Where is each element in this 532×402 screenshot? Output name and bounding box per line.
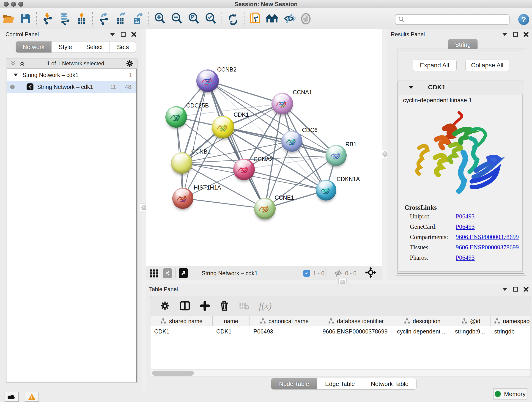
close-panel-icon[interactable] bbox=[131, 32, 137, 37]
node-CCNB1[interactable] bbox=[171, 152, 192, 174]
node-CCNB2[interactable] bbox=[196, 70, 219, 92]
two-houses-button[interactable] bbox=[264, 10, 281, 27]
column-header-description[interactable]: description bbox=[393, 316, 451, 326]
table-cell[interactable]: P06493 bbox=[250, 326, 319, 337]
zoom-in-button[interactable] bbox=[152, 10, 168, 27]
hidden-counts: 0 - 0 bbox=[345, 270, 356, 277]
fit-content-button[interactable] bbox=[365, 267, 377, 280]
close-panel-icon[interactable] bbox=[523, 32, 529, 37]
node-table[interactable]: shared namenamecanonical namedatabase id… bbox=[151, 316, 530, 376]
crosslink-link[interactable]: P06493 bbox=[456, 254, 475, 261]
table-cell[interactable]: stringdb bbox=[491, 326, 530, 337]
network-row[interactable]: String Network – cdk1 11 48 bbox=[7, 81, 136, 93]
tab-network-table[interactable]: Network Table bbox=[363, 378, 417, 390]
netbar-separator bbox=[326, 268, 326, 278]
hide-selected-button[interactable] bbox=[281, 10, 298, 27]
horizontal-splitter[interactable] bbox=[146, 280, 532, 285]
column-header-database-identifier[interactable]: database identifier bbox=[319, 316, 393, 326]
tab-network[interactable]: Network bbox=[16, 41, 51, 53]
show-hidden-button[interactable] bbox=[298, 10, 315, 27]
cloud-button[interactable] bbox=[5, 392, 19, 402]
selected-checkbox-icon[interactable]: ✓ bbox=[303, 270, 310, 277]
zoom-out-button[interactable] bbox=[168, 10, 185, 27]
crosshair-move-icon bbox=[365, 267, 377, 279]
refresh-view-button[interactable] bbox=[225, 10, 241, 27]
gear-icon[interactable] bbox=[126, 60, 133, 67]
zoom-selected-button[interactable] bbox=[202, 10, 219, 27]
float-panel-icon[interactable] bbox=[120, 32, 126, 37]
table-cell[interactable]: 9606.ENSP00000378699 bbox=[319, 326, 393, 337]
right-splitter[interactable] bbox=[382, 29, 388, 280]
collapse-all-tree-icon[interactable] bbox=[19, 61, 25, 66]
float-panel-icon[interactable] bbox=[513, 32, 518, 37]
column-header-shared-name[interactable]: shared name bbox=[151, 316, 213, 326]
protein-scribble bbox=[284, 133, 300, 150]
collapse-panel-icon[interactable] bbox=[502, 32, 508, 36]
grid-view-button[interactable] bbox=[149, 268, 159, 278]
scrollbar-thumb[interactable] bbox=[152, 370, 194, 376]
export-network-button[interactable] bbox=[95, 10, 112, 27]
tab-style[interactable]: Style bbox=[51, 41, 79, 53]
node-CDC25B[interactable] bbox=[165, 106, 187, 128]
crosslink-link[interactable]: P06493 bbox=[456, 213, 475, 220]
node-CCNA1[interactable] bbox=[272, 93, 293, 114]
hidden-eye-icon[interactable] bbox=[334, 269, 343, 277]
gear-icon[interactable] bbox=[160, 301, 170, 311]
collapse-panel-icon[interactable] bbox=[109, 32, 115, 36]
import-network-from-database-button[interactable] bbox=[56, 10, 73, 27]
export-image-button[interactable] bbox=[129, 10, 146, 27]
add-column-icon[interactable] bbox=[200, 301, 210, 311]
node-label-HIST1H1A: HIST1H1A bbox=[194, 184, 221, 191]
tab-node-table[interactable]: Node Table bbox=[271, 378, 317, 390]
node-CDC6[interactable] bbox=[281, 131, 302, 152]
network-collection-row[interactable]: String Network – cdk1 1 bbox=[7, 69, 136, 81]
collapse-all-button[interactable]: Collapse All bbox=[465, 60, 509, 71]
column-header-name[interactable]: name bbox=[213, 316, 250, 326]
node-HIST1H1A[interactable] bbox=[172, 188, 193, 209]
table-cell[interactable]: stringdb:9... bbox=[451, 326, 491, 337]
expand-all-button[interactable]: Expand All bbox=[413, 60, 457, 71]
warnings-button[interactable] bbox=[25, 392, 39, 402]
node-CDKN1A[interactable] bbox=[316, 180, 336, 201]
collapse-panel-icon[interactable] bbox=[502, 287, 508, 291]
import-table-button[interactable] bbox=[73, 10, 90, 27]
tab-select[interactable]: Select bbox=[79, 41, 110, 53]
column-header-canonical-name[interactable]: canonical name bbox=[250, 316, 319, 326]
table-row[interactable]: CDK1CDK1P064939606.ENSP00000378699cyclin… bbox=[151, 326, 530, 337]
crosslink-link[interactable]: P06493 bbox=[456, 223, 475, 230]
column-header-@id[interactable]: @id bbox=[451, 316, 491, 326]
split-columns-icon[interactable] bbox=[180, 300, 190, 311]
clone-network-button[interactable] bbox=[247, 10, 264, 27]
close-panel-icon[interactable] bbox=[523, 287, 529, 292]
delete-column-icon[interactable] bbox=[220, 300, 229, 311]
save-session-button[interactable] bbox=[17, 10, 34, 27]
export-table-button[interactable] bbox=[112, 10, 129, 27]
table-cell[interactable]: CDK1 bbox=[151, 326, 213, 337]
zoom-fit-button[interactable] bbox=[185, 10, 202, 27]
import-network-button[interactable] bbox=[39, 10, 56, 27]
network-share-button[interactable] bbox=[163, 268, 172, 278]
crosslink-link[interactable]: 9606.ENSP00000378699 bbox=[456, 244, 519, 251]
section-expander-icon[interactable] bbox=[408, 85, 414, 89]
search-input[interactable] bbox=[395, 14, 510, 25]
network-canvas[interactable]: CCNB2CCNA1CDC25BCDK1CDC6RB1CCNB1CCNA2CDK… bbox=[146, 29, 382, 266]
help-button[interactable]: ? bbox=[518, 14, 529, 25]
column-header-namespace[interactable]: namespace bbox=[491, 316, 530, 326]
table-horizontal-scrollbar[interactable] bbox=[151, 370, 530, 376]
tab-edge-table[interactable]: Edge Table bbox=[317, 378, 363, 390]
table-cell[interactable]: CDK1 bbox=[213, 326, 250, 337]
node-label-CCNE1: CCNE1 bbox=[275, 194, 294, 201]
crosslink-link[interactable]: 9606.ENSP00000378699 bbox=[456, 234, 519, 241]
open-session-button[interactable] bbox=[0, 10, 17, 27]
tab-sets[interactable]: Sets bbox=[110, 41, 136, 53]
memory-button[interactable]: Memory bbox=[493, 389, 527, 400]
node-CCNA2[interactable] bbox=[233, 159, 255, 180]
float-panel-icon[interactable] bbox=[513, 287, 518, 292]
table-cell[interactable]: cyclin-dependent ... bbox=[393, 326, 451, 337]
expand-all-tree-icon[interactable] bbox=[10, 61, 16, 66]
node-RB1[interactable] bbox=[326, 145, 347, 166]
tree-expander-icon[interactable] bbox=[13, 73, 18, 77]
birdseye-view-button[interactable] bbox=[179, 268, 188, 278]
node-CCNE1[interactable] bbox=[254, 198, 276, 219]
node-CDK1[interactable] bbox=[212, 116, 234, 138]
